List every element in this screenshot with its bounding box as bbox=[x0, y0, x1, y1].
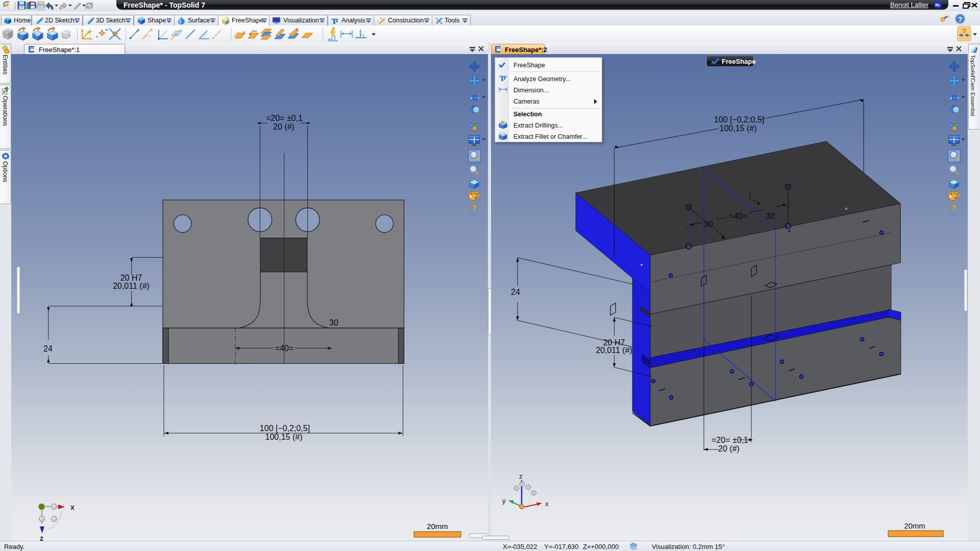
svg-text:20 (#): 20 (#) bbox=[273, 122, 295, 131]
svg-text:?: ? bbox=[958, 15, 962, 23]
svg-text:30: 30 bbox=[766, 212, 775, 220]
svg-text:x: x bbox=[70, 503, 75, 511]
svg-text:=40=: =40= bbox=[275, 344, 293, 353]
svg-text:y: y bbox=[502, 497, 506, 505]
svg-text:24: 24 bbox=[43, 344, 53, 353]
svg-text:24: 24 bbox=[511, 288, 520, 296]
svg-text:20,011 (#): 20,011 (#) bbox=[113, 282, 150, 290]
svg-text:z: z bbox=[40, 534, 43, 541]
svg-text:=20= ±0,1: =20= ±0,1 bbox=[266, 114, 303, 122]
svg-text:100,15 (#): 100,15 (#) bbox=[265, 433, 303, 441]
svg-text:?: ? bbox=[962, 27, 966, 35]
svg-text:30: 30 bbox=[329, 318, 338, 327]
svg-text:20mm: 20mm bbox=[427, 522, 448, 531]
svg-text:20 H7: 20 H7 bbox=[120, 273, 142, 282]
svg-text:100 [−0,2;0,5]: 100 [−0,2;0,5] bbox=[714, 115, 764, 124]
svg-text:30: 30 bbox=[704, 220, 713, 229]
svg-text:=40=: =40= bbox=[729, 212, 747, 220]
svg-text:x: x bbox=[545, 500, 549, 508]
svg-text:100 [−0,2;0,5]: 100 [−0,2;0,5] bbox=[260, 424, 310, 433]
svg-text:z: z bbox=[519, 472, 523, 480]
svg-text:=20= ±0,1: =20= ±0,1 bbox=[712, 436, 748, 444]
svg-text:20mm: 20mm bbox=[904, 521, 925, 530]
svg-text:20,011 (#): 20,011 (#) bbox=[596, 346, 632, 355]
svg-text:20 (#): 20 (#) bbox=[718, 444, 740, 453]
svg-text:100,15 (#): 100,15 (#) bbox=[720, 124, 757, 133]
